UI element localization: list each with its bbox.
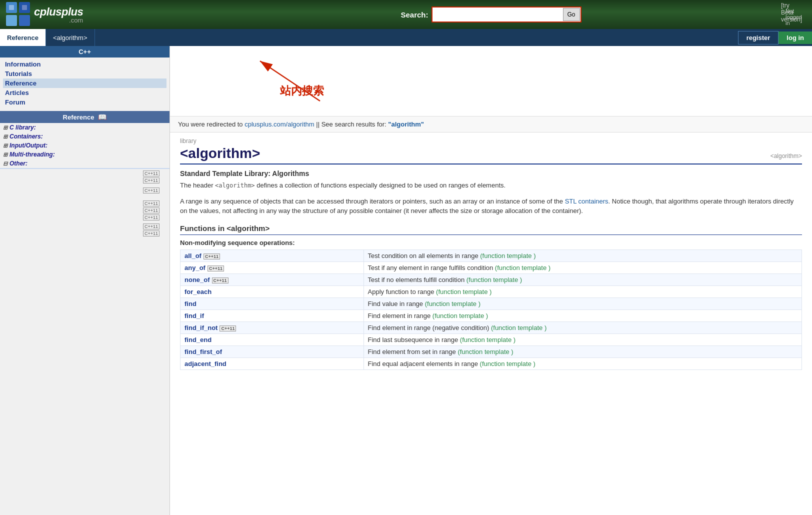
func-desc: Find last subsequence in range (function… [364,334,802,346]
ref-item-type_traits[interactable] [0,237,170,238]
ref-item-codecvt[interactable]: C++11 [0,177,170,184]
svg-rect-4 [9,5,14,10]
algo-subtitle: Standard Template Library: Algorithms [180,170,802,178]
logo-text-group: cplusplus .com [34,6,83,24]
table-row: any_ofC++11Test if any element in range … [180,262,802,274]
expand-icon: ⊞ [3,134,8,140]
ref-item-regex[interactable]: C++11 [0,214,170,221]
func-name[interactable]: find_end [180,334,364,346]
func-name[interactable]: find_if [180,310,364,322]
ref-item-ratio[interactable]: C++11 [0,207,170,214]
sidebar-item-forum[interactable]: Forum [3,98,166,107]
sidebar-top-title: C++ [0,46,170,58]
functions-tbody: all_ofC++11Test condition on all element… [180,250,802,370]
ref-category-c-library[interactable]: ⊞ C library: [0,123,170,132]
sidebar-item-information[interactable]: Information [3,60,166,69]
func-desc: Find value in range (function template ) [364,298,802,310]
search-go-button[interactable]: Go [563,8,580,21]
logo-icon [5,1,32,28]
ref-item-initializer_list[interactable]: C++11 [0,187,170,194]
login-button[interactable]: log in [778,32,812,44]
search-label: Search: [400,10,428,19]
not-logged-in-label: Not logged in [786,8,802,26]
table-row: for_eachApply function to range (functio… [180,286,802,298]
table-row: find_if_notC++11Find element in range (n… [180,322,802,334]
table-row: find_endFind last subsequence in range (… [180,334,802,346]
func-name[interactable]: none_ofC++11 [180,274,364,286]
search-area: Search: Go [175,6,807,22]
navbar: Reference <algorithm> register log in [0,29,812,46]
func-desc: Test condition on all elements in range … [364,250,802,262]
register-button[interactable]: register [738,31,779,44]
table-row: none_ofC++11Test if no elements fulfill … [180,274,802,286]
search-input[interactable] [433,8,563,21]
algo-title-row: <algorithm> <algorithm> [180,146,802,164]
algo-desc: The header <algorithm> defines a collect… [180,180,802,190]
content-area: 站内搜索 You were redirected to cplusplus.co… [170,46,812,515]
annotation-text: 站内搜索 [280,84,324,98]
reference-panel: Reference 📖 ⊞ C library: ⊞ Containers: ⊞… [0,111,170,238]
sidebar-item-reference[interactable]: Reference [3,78,166,88]
redirect-link[interactable]: cplusplus.com/algorithm [244,120,314,128]
logo-name: cplusplus [34,6,83,18]
algo-breadcrumb: library [180,138,802,144]
nonmod-label: Non-modifying sequence operations: [180,239,802,246]
ref-item-tuple[interactable]: C++11 [0,230,170,237]
tab-algorithm[interactable]: <algorithm> [46,29,95,46]
func-desc: Find element from set in range (function… [364,346,802,358]
ref-item-chrono[interactable]: C++11 [0,170,170,177]
func-name[interactable]: for_each [180,286,364,298]
sidebar-item-articles[interactable]: Articles [3,88,166,98]
func-name[interactable]: any_ofC++11 [180,262,364,274]
func-name[interactable]: adjacent_find [180,358,364,370]
func-name[interactable]: find [180,298,364,310]
algo-right-label: <algorithm> [770,152,802,160]
redirect-search-term[interactable]: "algorithm" [388,120,424,128]
ref-item-random[interactable]: C++11 [0,200,170,207]
header: cplusplus .com Search: Go [try Beta vers… [0,0,812,29]
redirect-notice: You were redirected to cplusplus.com/alg… [170,116,812,132]
sidebar-item-tutorials[interactable]: Tutorials [3,69,166,78]
func-name[interactable]: all_ofC++11 [180,250,364,262]
algo-content: library <algorithm> <algorithm> Standard… [170,132,812,375]
table-row: find_ifFind element in range (function t… [180,310,802,322]
ref-category-threading[interactable]: ⊞ Multi-threading: [0,150,170,159]
algo-title: <algorithm> [180,146,260,162]
func-desc: Apply function to range (function templa… [364,286,802,298]
func-name[interactable]: find_if_notC++11 [180,322,364,334]
func-desc: Test if no elements fulfill condition (f… [364,274,802,286]
book-icon: 📖 [98,113,106,121]
svg-rect-3 [19,15,30,26]
func-desc: Find element in range (negative conditio… [364,322,802,334]
navbar-left: Reference <algorithm> [0,29,738,46]
expand-icon: ⊞ [3,152,8,158]
functions-table: all_ofC++11Test condition on all element… [180,250,802,370]
expand-icon: ⊟ [3,160,8,167]
table-row: adjacent_findFind equal adjacent element… [180,358,802,370]
table-row: all_ofC++11Test condition on all element… [180,250,802,262]
func-desc: Test if any element in range fulfills co… [364,262,802,274]
table-row: findFind value in range (function templa… [180,298,802,310]
expand-icon: ⊞ [3,124,8,131]
svg-rect-2 [6,15,17,26]
ref-category-other[interactable]: ⊟ Other: [0,159,170,168]
annotation-area: 站内搜索 [170,46,812,116]
svg-rect-5 [22,5,27,10]
sidebar-menu: Information Tutorials Reference Articles… [0,58,170,109]
reference-header: Reference 📖 [0,111,170,123]
ref-item-system_error[interactable]: C++11 [0,223,170,230]
func-desc: Find equal adjacent elements in range (f… [364,358,802,370]
ref-category-containers[interactable]: ⊞ Containers: [0,132,170,141]
func-name[interactable]: find_first_of [180,346,364,358]
expand-icon: ⊞ [3,142,8,149]
other-items-list: C++11C++11C++11C++11C++11C++11C++11C++11 [0,168,170,238]
func-desc: Find element in range (function template… [364,310,802,322]
main-layout: C++ Information Tutorials Reference Arti… [0,46,812,515]
navbar-right: register log in [738,29,812,46]
tab-reference[interactable]: Reference [0,29,46,46]
stl-containers-link[interactable]: STL containers [565,198,608,205]
redirect-text-middle: || See search results for: [316,120,388,128]
ref-category-io[interactable]: ⊞ Input/Output: [0,141,170,150]
annotation-arrow [170,46,420,116]
algo-desc2: A range is any sequence of objects that … [180,196,802,216]
